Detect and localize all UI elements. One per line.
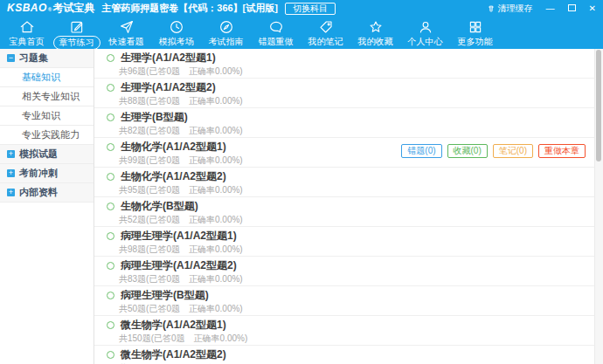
sidebar-item-label: 基础知识 <box>22 71 60 84</box>
chapter-row[interactable]: 生理学(A1/A2型题2)共88题(已答0题 正确率0.00%) <box>94 79 594 108</box>
chapter-title-line: 微生物学(A1/A2型题2) <box>107 348 586 361</box>
chat-bubble-icon <box>268 19 284 35</box>
chapter-stats: 共150题(已答0题 正确率0.00%) <box>119 333 586 345</box>
status-bullet-icon <box>107 292 114 299</box>
chapter-row[interactable]: 生物化学(A1/A2型题1)共99题(已答0题 正确率0.00%)错题(0)收藏… <box>94 138 594 168</box>
logo-text: KSBAO <box>7 2 47 14</box>
sidebar-item-4[interactable]: 专业实践能力 <box>0 126 94 145</box>
nav-item-label: 考试指南 <box>209 36 244 48</box>
chapter-title: 生物化学(A1/A2型题2) <box>121 169 226 184</box>
nav-item-label: 章节练习 <box>53 36 100 50</box>
sidebar-item-label: 相关专业知识 <box>22 90 80 103</box>
chapter-row[interactable]: 病理生理学(A1/A2型题1)共98题(已答0题 正确率0.00%) <box>94 227 594 257</box>
chapter-title: 生物化学(B型题) <box>121 199 198 214</box>
status-bullet-icon <box>107 173 114 181</box>
status-bullet-icon <box>107 203 114 210</box>
chapter-title: 病理生理学(A1/A2型题1) <box>121 229 237 244</box>
user-icon <box>418 19 433 35</box>
chapter-row[interactable]: 生理学(A1/A2型题1)共96题(已答0题 正确率0.00%) <box>94 49 594 79</box>
chapter-stats: 共96题(已答0题 正确率0.00%) <box>119 65 586 78</box>
registered-mark: ® <box>48 7 52 12</box>
sidebar-item-3[interactable]: 专业知识 <box>0 106 94 126</box>
home-icon <box>19 19 35 35</box>
compass-icon <box>218 19 234 35</box>
sidebar-group-4[interactable]: +内部资料 <box>0 183 94 203</box>
chapter-row[interactable]: 病理生理学(B型题)共50题(已答0题 正确率0.00%) <box>94 286 594 316</box>
sidebar-item-1[interactable]: 基础知识 <box>0 68 94 87</box>
brand-name: 考试宝典 <box>52 1 94 16</box>
chapter-list: 生理学(A1/A2型题1)共96题(已答0题 正确率0.00%)生理学(A1/A… <box>94 49 594 364</box>
maximize-icon <box>568 4 576 11</box>
sidebar-group-1[interactable]: −习题集 <box>0 49 94 68</box>
chapter-title-line: 微生物学(A1/A2型题1) <box>107 319 586 332</box>
scrollbar[interactable] <box>594 49 603 364</box>
nav-item-label: 模拟考场 <box>159 36 194 48</box>
chapter-title: 生理学(A1/A2型题1) <box>121 51 216 65</box>
collapse-icon: − <box>7 54 15 62</box>
chapter-row[interactable]: 微生物学(A1/A2型题2)共93题(已答0题 正确率0.00%) <box>94 346 594 364</box>
clear-cache-button[interactable]: 清理缓存 <box>487 3 533 15</box>
nav-item-1[interactable]: 宝典首页 <box>2 17 52 49</box>
sidebar-group-2[interactable]: +模拟试题 <box>0 145 94 164</box>
wrong-questions-button[interactable]: 错题(0) <box>401 144 441 158</box>
status-bullet-icon <box>107 232 114 240</box>
app-logo: KSBAO®考试宝典 <box>7 1 94 16</box>
nav-item-label: 宝典首页 <box>10 36 45 48</box>
sidebar-group-label: 考前冲刺 <box>19 167 58 180</box>
nav-item-4[interactable]: 模拟考场 <box>151 17 201 49</box>
close-button[interactable]: ✕ <box>589 4 596 13</box>
chapter-title: 生物化学(A1/A2型题1) <box>121 140 226 155</box>
chapter-title: 病理生理学(A1/A2型题2) <box>121 258 237 273</box>
notes-button[interactable]: 笔记(0) <box>493 144 533 158</box>
chapter-row[interactable]: 生理学(B型题)共82题(已答0题 正确率0.00%) <box>94 108 594 138</box>
chapter-stats: 共88题(已答0题 正确率0.00%) <box>119 95 586 107</box>
nav-item-7[interactable]: 我的笔记 <box>301 17 350 49</box>
edit-icon <box>69 19 85 35</box>
sidebar-group-3[interactable]: +考前冲刺 <box>0 164 94 183</box>
sidebar-item-2[interactable]: 相关专业知识 <box>0 87 94 106</box>
sidebar-group-label: 内部资料 <box>19 186 58 199</box>
row-actions: 错题(0)收藏(0)笔记(0)重做本章 <box>401 144 586 158</box>
nav-item-3[interactable]: 快速看题 <box>101 17 151 49</box>
nav-item-10[interactable]: 更多功能 <box>450 17 500 49</box>
sidebar: −习题集基础知识相关专业知识专业知识专业实践能力+模拟试题+考前冲刺+内部资料 <box>0 49 94 364</box>
chapter-row[interactable]: 微生物学(A1/A2型题1)共150题(已答0题 正确率0.00%) <box>94 316 594 346</box>
chapter-title: 生理学(B型题) <box>121 110 188 125</box>
paper-plane-icon <box>119 19 135 35</box>
chapter-row[interactable]: 生物化学(B型题)共52题(已答0题 正确率0.00%) <box>94 197 594 227</box>
nav-bar: 宝典首页章节练习快速看题模拟考场考试指南错题重做我的笔记我的收藏个人中心更多功能 <box>0 17 603 49</box>
chapter-title-line: 生理学(A1/A2型题2) <box>107 81 586 94</box>
favorites-button[interactable]: 收藏(0) <box>447 144 488 158</box>
chapter-stats: 共82题(已答0题 正确率0.00%) <box>119 125 586 137</box>
nav-item-8[interactable]: 我的收藏 <box>350 17 400 49</box>
chapter-row[interactable]: 生物化学(A1/A2型题2)共95题(已答0题 正确率0.00%) <box>94 168 594 197</box>
chapter-stats: 共83题(已答0题 正确率0.00%) <box>119 273 586 285</box>
chapter-title: 病理生理学(B型题) <box>121 288 209 303</box>
titlebar-controls: 清理缓存 — ✕ <box>487 3 596 15</box>
nav-item-2[interactable]: 章节练习 <box>52 17 101 49</box>
chapter-title-line: 生物化学(B型题) <box>107 200 586 213</box>
minimize-button[interactable]: — <box>546 4 555 13</box>
chapter-title: 微生物学(A1/A2型题2) <box>121 347 226 362</box>
app-window: KSBAO®考试宝典 主管药师押题密卷【代码：366】[试用版] 切换科目 清理… <box>0 0 603 364</box>
chapter-title-line: 生理学(B型题) <box>107 111 586 124</box>
chapter-title-line: 生理学(A1/A2型题1) <box>107 52 586 65</box>
chapter-row[interactable]: 病理生理学(A1/A2型题2)共83题(已答0题 正确率0.00%) <box>94 257 594 286</box>
chapter-stats: 共52题(已答0题 正确率0.00%) <box>119 214 586 226</box>
redo-chapter-button[interactable]: 重做本章 <box>538 144 586 158</box>
sidebar-group-label: 习题集 <box>19 52 48 65</box>
sidebar-item-label: 专业知识 <box>22 109 60 122</box>
nav-item-label: 更多功能 <box>458 36 493 48</box>
maximize-button[interactable] <box>568 4 576 13</box>
nav-item-5[interactable]: 考试指南 <box>201 17 251 49</box>
expand-icon: + <box>7 150 15 158</box>
nav-item-6[interactable]: 错题重做 <box>251 17 301 49</box>
sidebar-item-label: 专业实践能力 <box>22 128 80 141</box>
switch-subject-button[interactable]: 切换科目 <box>285 3 336 15</box>
chapter-stats: 共98题(已答0题 正确率0.00%) <box>119 244 586 256</box>
scrollbar-thumb[interactable] <box>596 50 601 161</box>
nav-item-label: 错题重做 <box>259 36 294 48</box>
nav-item-label: 快速看题 <box>109 36 144 48</box>
nav-item-9[interactable]: 个人中心 <box>400 17 450 49</box>
status-bullet-icon <box>107 84 114 92</box>
